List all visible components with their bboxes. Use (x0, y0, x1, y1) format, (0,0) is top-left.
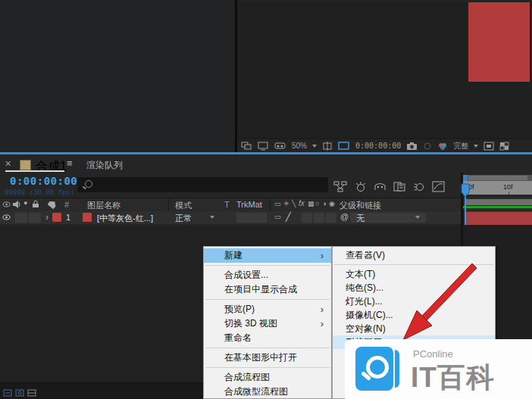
active-tab-underline (5, 170, 64, 172)
tab-render-queue[interactable]: 渲染队列 (86, 159, 123, 172)
multi-window-icon[interactable] (241, 142, 252, 151)
motion-blur-column-icon: ○ (315, 200, 319, 207)
submenu-item-solid[interactable]: 纯色(S)... (333, 281, 495, 295)
draft-3d-icon[interactable] (354, 181, 367, 192)
render-progress-line (463, 206, 532, 208)
left-viewer-panel (0, 2, 235, 152)
timeline-toggle-buttons (333, 179, 458, 194)
close-tab-icon[interactable]: ✕ (5, 159, 11, 169)
time-navigator-bar[interactable] (465, 199, 532, 205)
motion-blur-icon[interactable] (413, 181, 425, 192)
frame-blend-icon[interactable] (393, 181, 406, 192)
collapse-column-icon: ✳ (283, 200, 289, 207)
audio-cell[interactable] (15, 213, 27, 223)
watermark: PConline IT百科 (345, 339, 532, 399)
grid-guides-icon[interactable] (322, 142, 333, 151)
audio-column-icon (12, 201, 21, 208)
pick-whip-icon[interactable]: @ (340, 212, 349, 221)
frame-rate-info: 00000 (30.00 fps) (5, 189, 74, 196)
layer-mode-select[interactable]: 正常 (175, 213, 192, 224)
menu-item-switch-3d-view[interactable]: 切换 3D 视图› (204, 316, 331, 331)
graph-editor-icon[interactable] (432, 181, 445, 192)
playhead-icon[interactable] (459, 183, 471, 198)
expand-layer-switches-icon[interactable] (3, 389, 12, 397)
track-header-area (463, 198, 532, 210)
watermark-brand: PConline (413, 348, 453, 360)
resolution-chevron-icon[interactable] (474, 145, 478, 148)
target-region-icon[interactable] (483, 142, 494, 151)
transparency-grid-icon[interactable] (499, 142, 509, 151)
menu-item-open-in-essential-graphics[interactable]: 在基本图形中打开 (204, 351, 331, 365)
menu-separator (205, 367, 330, 368)
layer-quality-icon[interactable]: ╱ (286, 212, 291, 222)
submenu-item-camera[interactable]: 摄像机(C)... (333, 308, 495, 322)
work-area-bar[interactable] (463, 175, 532, 181)
resolution-select[interactable]: 完整 (453, 141, 468, 151)
mode-chevron-icon[interactable] (210, 216, 214, 219)
mode-column-header[interactable]: 模式 (175, 200, 192, 211)
menu-item-reveal-in-project[interactable]: 在项目中显示合成 (204, 282, 331, 297)
parent-link-column-header[interactable]: 父级和链接 (340, 200, 381, 211)
lock-cell[interactable] (29, 213, 41, 223)
layer-row[interactable]: › 1 [中等灰色-红...] 正常 ▭ ╱ @ 无 (0, 211, 461, 224)
switch-cell-3[interactable] (326, 213, 336, 223)
fx-column-icon: fx (299, 199, 305, 207)
panel-menu-icon[interactable]: ≡ (67, 157, 73, 169)
viewer-toolbar: 50% 0:00:00:00 完整 (237, 139, 532, 152)
magnification-select[interactable]: 50% (292, 142, 307, 150)
expand-transfer-controls-icon[interactable] (15, 389, 24, 397)
hide-shy-layers-icon[interactable] (374, 181, 386, 192)
menu-item-composition-settings[interactable]: 合成设置... (204, 268, 331, 282)
layer-label-color[interactable] (52, 213, 61, 222)
time-ruler[interactable]: 0f 10f (463, 181, 532, 195)
column-divider-2[interactable] (270, 198, 271, 211)
layer-duration-bar[interactable] (465, 211, 532, 225)
timeline-column-header: ● # 图层名称 模式 T TrkMat ▭ ✳ ╲ fx ▦ ○ ◑ ◉ 父级… (0, 198, 461, 212)
expand-in-out-icon[interactable] (27, 389, 36, 397)
current-time-display[interactable]: 0:00:00:00 (10, 175, 77, 187)
vr-goggles-icon[interactable] (274, 142, 286, 151)
tab-composition[interactable]: 合成1 (36, 159, 67, 175)
expand-layer-icon[interactable]: › (45, 212, 49, 223)
adjustment-column-icon: ◑ (322, 200, 326, 207)
switch-cell-1[interactable] (302, 213, 312, 223)
trkmat-column-header[interactable]: TrkMat (236, 200, 262, 209)
submenu-item-viewer[interactable]: 查看器(V) (333, 248, 495, 262)
parent-chevron-icon[interactable] (415, 216, 420, 219)
submenu-item-null-object[interactable]: 空对象(N) (333, 322, 495, 335)
menu-item-composition-flowchart[interactable]: 合成流程图 (204, 370, 331, 385)
layer-name-column-header[interactable]: 图层名称 (87, 200, 120, 211)
column-divider[interactable] (168, 198, 169, 211)
red-solid-layer-preview[interactable] (468, 2, 530, 82)
frame-blend-column-icon: ▦ (308, 200, 315, 207)
composition-icon (20, 160, 31, 170)
menu-item-new[interactable]: 新建› (204, 248, 331, 263)
menu-item-rename[interactable]: 重命名 (204, 331, 331, 345)
video-column-icon (2, 201, 11, 208)
menu-separator (205, 265, 330, 266)
layer-thumbnail (83, 213, 92, 222)
menu-item-composition-mini-flowchart[interactable]: 合成微型流程图 (204, 385, 331, 399)
submenu-arrow-icon: › (321, 316, 324, 331)
trkmat-cell[interactable] (236, 213, 267, 223)
context-menu: 新建› 合成设置... 在项目中显示合成 预览(P)› 切换 3D 视图› 重命… (203, 246, 332, 399)
mini-flowchart-icon[interactable] (333, 181, 347, 192)
show-snapshot-icon[interactable] (423, 142, 432, 151)
region-of-interest-icon[interactable] (338, 142, 350, 151)
submenu-item-light[interactable]: 灯光(L)... (333, 295, 495, 308)
magnification-chevron-icon[interactable] (312, 145, 317, 148)
screen-icon[interactable] (258, 142, 269, 151)
viewer-preview-time[interactable]: 0:00:00:00 (355, 142, 401, 150)
layer-name[interactable]: [中等灰色-红...] (97, 213, 153, 224)
t-column-header[interactable]: T (224, 200, 230, 209)
layer-shy-icon[interactable]: ▭ (274, 213, 281, 220)
work-area-start-handle[interactable] (463, 175, 468, 181)
channels-icon[interactable] (437, 142, 448, 151)
snapshot-camera-icon[interactable] (406, 142, 418, 151)
switch-cell-2[interactable] (314, 213, 324, 223)
menu-item-preview[interactable]: 预览(P)› (204, 302, 331, 316)
submenu-item-text[interactable]: 文本(T) (333, 267, 495, 281)
search-input[interactable] (77, 177, 328, 192)
parent-select-value[interactable]: 无 (356, 213, 365, 224)
layer-visibility-icon[interactable] (2, 214, 11, 221)
